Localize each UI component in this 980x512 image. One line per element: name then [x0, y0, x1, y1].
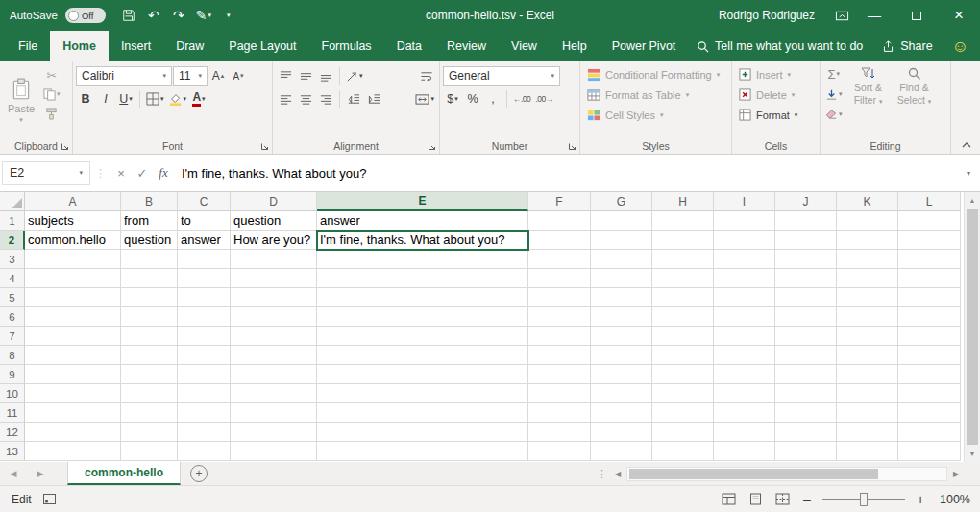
tab-help[interactable]: Help	[550, 31, 600, 61]
cell-F1[interactable]	[528, 211, 591, 231]
cell-A12[interactable]	[25, 423, 121, 442]
increase-indent-button[interactable]	[364, 88, 383, 110]
cell-G12[interactable]	[591, 423, 652, 442]
cell-K11[interactable]	[837, 403, 898, 423]
cell-H5[interactable]	[652, 288, 714, 307]
vscroll-up-arrow[interactable]: ▲	[965, 192, 980, 208]
ribbon-display-options-button[interactable]	[830, 3, 853, 28]
column-header-F[interactable]: F	[528, 192, 591, 211]
orientation-button[interactable]: ▾	[344, 65, 365, 86]
column-header-E[interactable]: E	[317, 192, 528, 211]
cell-D11[interactable]	[231, 403, 317, 423]
cell-J13[interactable]	[775, 442, 837, 461]
cell-I8[interactable]	[714, 346, 775, 365]
vscroll-track[interactable]	[965, 208, 980, 446]
cell-C8[interactable]	[178, 346, 231, 365]
wrap-text-button[interactable]	[417, 65, 436, 86]
insert-cells-button[interactable]: Insert ▾	[735, 64, 817, 85]
cell-H2[interactable]	[652, 231, 714, 250]
row-header-11[interactable]: 11	[0, 403, 25, 423]
tab-power-pivot[interactable]: Power Pivot	[600, 31, 689, 61]
cell-K5[interactable]	[837, 288, 898, 307]
cell-L12[interactable]	[898, 423, 961, 442]
cell-F6[interactable]	[528, 307, 591, 327]
autosave-toggle[interactable]: Off	[65, 8, 106, 23]
increase-decimal-button[interactable]: ←.00	[511, 88, 532, 110]
cell-F8[interactable]	[528, 346, 591, 365]
cell-C13[interactable]	[178, 442, 231, 461]
cell-A1[interactable]: subjects	[25, 211, 121, 231]
sort-filter-button[interactable]: Sort & Filter ▾	[846, 64, 891, 137]
cell-C3[interactable]	[178, 250, 231, 269]
cell-I11[interactable]	[714, 403, 775, 423]
alignment-dialog-launcher[interactable]	[428, 142, 436, 151]
decrease-decimal-button[interactable]: .00→	[533, 88, 554, 110]
cell-B8[interactable]	[121, 346, 178, 365]
cell-H10[interactable]	[652, 384, 714, 403]
cell-J1[interactable]	[775, 211, 837, 231]
cell-F4[interactable]	[528, 269, 591, 288]
cell-A2[interactable]: common.hello	[25, 231, 121, 250]
borders-button[interactable]: ▾	[144, 88, 166, 110]
cell-I9[interactable]	[714, 365, 775, 384]
zoom-level[interactable]: 100%	[936, 493, 970, 506]
cell-J8[interactable]	[775, 346, 837, 365]
hscroll-track[interactable]	[626, 467, 947, 481]
cell-L6[interactable]	[898, 307, 961, 327]
cell-D8[interactable]	[231, 346, 317, 365]
cell-B12[interactable]	[121, 423, 178, 442]
cell-F9[interactable]	[528, 365, 591, 384]
undo-button[interactable]: ↶	[142, 3, 165, 28]
align-top-button[interactable]	[276, 65, 295, 86]
cell-H11[interactable]	[652, 403, 714, 423]
cell-H4[interactable]	[652, 269, 714, 288]
align-middle-button[interactable]	[296, 65, 315, 86]
formula-bar-splitter[interactable]: ⋮	[95, 167, 106, 180]
cell-J12[interactable]	[775, 423, 837, 442]
percent-format-button[interactable]: %	[463, 88, 482, 110]
conditional-formatting-button[interactable]: Conditional Formatting ▾	[583, 64, 728, 85]
macro-record-button[interactable]	[41, 492, 58, 506]
font-name-select[interactable]: Calibri ▾	[76, 66, 172, 86]
cell-E6[interactable]	[317, 307, 528, 327]
cell-G3[interactable]	[591, 250, 652, 269]
row-header-12[interactable]: 12	[0, 423, 25, 442]
column-header-A[interactable]: A	[25, 192, 121, 211]
minimize-button[interactable]: —	[853, 0, 895, 31]
cell-E13[interactable]	[317, 442, 528, 461]
paste-button[interactable]: Paste ▾	[3, 64, 39, 137]
cell-D6[interactable]	[231, 307, 317, 327]
cell-D2[interactable]: How are you?	[231, 231, 317, 250]
cell-H1[interactable]	[652, 211, 714, 231]
cell-A3[interactable]	[25, 250, 121, 269]
cell-C12[interactable]	[178, 423, 231, 442]
cell-K3[interactable]	[837, 250, 898, 269]
cell-B13[interactable]	[121, 442, 178, 461]
tab-home[interactable]: Home	[50, 31, 109, 61]
tab-insert[interactable]: Insert	[109, 31, 163, 61]
format-painter-button[interactable]	[41, 105, 62, 122]
cell-A13[interactable]	[25, 442, 121, 461]
hscroll-thumb[interactable]	[629, 469, 878, 479]
column-header-I[interactable]: I	[714, 192, 775, 211]
cell-F5[interactable]	[528, 288, 591, 307]
row-header-9[interactable]: 9	[0, 365, 25, 384]
cell-E8[interactable]	[317, 346, 528, 365]
cut-button[interactable]: ✂	[41, 66, 62, 84]
cell-A4[interactable]	[25, 269, 121, 288]
cell-F2[interactable]	[528, 231, 591, 250]
cell-E10[interactable]	[317, 384, 528, 403]
cell-I12[interactable]	[714, 423, 775, 442]
cell-L10[interactable]	[898, 384, 961, 403]
cell-L11[interactable]	[898, 403, 961, 423]
select-all-button[interactable]	[0, 192, 25, 211]
font-color-button[interactable]: A ▾	[189, 88, 208, 110]
cell-L3[interactable]	[898, 250, 961, 269]
cell-E1[interactable]: answer	[317, 211, 528, 231]
formula-bar-expand-button[interactable]: ▾	[959, 169, 978, 178]
column-header-C[interactable]: C	[178, 192, 231, 211]
cell-A11[interactable]	[25, 403, 121, 423]
insert-function-button[interactable]: fx	[153, 161, 174, 184]
cell-J7[interactable]	[775, 327, 837, 346]
cell-E4[interactable]	[317, 269, 528, 288]
